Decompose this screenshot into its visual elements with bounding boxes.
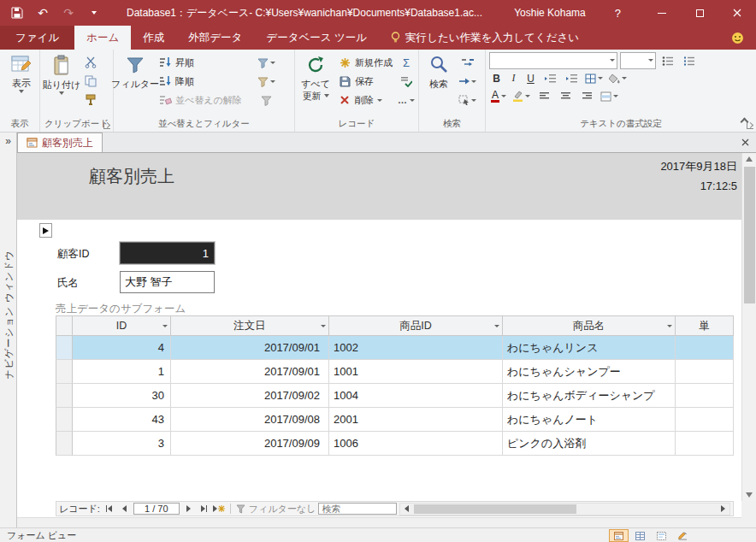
align-center-button[interactable] bbox=[556, 87, 575, 106]
row-selector[interactable] bbox=[56, 336, 73, 360]
close-button[interactable] bbox=[718, 0, 756, 26]
cell-product-id[interactable]: 1001 bbox=[329, 360, 503, 384]
tab-home[interactable]: ホーム bbox=[74, 26, 131, 50]
column-filter-icon[interactable] bbox=[321, 325, 326, 327]
scrollbar-thumb[interactable] bbox=[414, 504, 576, 514]
selection-filter-button[interactable] bbox=[256, 53, 277, 72]
cell-unit-price[interactable] bbox=[676, 384, 734, 408]
table-row[interactable]: 43 2017/09/08 2001 わにちゃんノート bbox=[56, 408, 734, 432]
new-record-button-ribbon[interactable]: 新規作成 bbox=[334, 53, 396, 72]
select-button[interactable] bbox=[457, 91, 478, 109]
dialog-launcher-icon[interactable] bbox=[103, 122, 110, 129]
column-header-unit-price[interactable]: 単 bbox=[676, 315, 734, 336]
customer-name-field[interactable]: 大野 智子 bbox=[120, 271, 215, 293]
column-header-order-date[interactable]: 注文日 bbox=[171, 315, 329, 336]
filter-status[interactable]: フィルターなし bbox=[249, 503, 316, 515]
record-position[interactable]: 1 / 70 bbox=[133, 503, 180, 515]
previous-record-button[interactable] bbox=[118, 503, 131, 515]
cell-id[interactable]: 1 bbox=[73, 360, 171, 384]
numbering-button[interactable] bbox=[680, 51, 699, 70]
tab-database-tools[interactable]: データベース ツール bbox=[254, 26, 379, 50]
font-color-button[interactable]: A bbox=[489, 87, 508, 106]
column-filter-icon[interactable] bbox=[162, 325, 168, 327]
expand-navpane-icon[interactable]: » bbox=[0, 135, 16, 147]
column-filter-icon[interactable] bbox=[494, 325, 499, 327]
view-button[interactable]: 表示 bbox=[2, 51, 41, 93]
customize-qat-icon[interactable] bbox=[87, 6, 101, 20]
bullets-button[interactable] bbox=[659, 51, 677, 70]
datasheet-view-button[interactable] bbox=[630, 529, 650, 542]
column-header-product-id[interactable]: 商品ID bbox=[329, 315, 503, 336]
cell-product-id[interactable]: 1006 bbox=[329, 432, 503, 456]
find-button[interactable]: 検索 bbox=[421, 51, 457, 118]
cell-order-date[interactable]: 2017/09/08 bbox=[171, 408, 329, 432]
scroll-up-icon[interactable] bbox=[746, 156, 753, 162]
account-name[interactable]: Yoshie Kohama bbox=[514, 7, 586, 19]
save-icon[interactable] bbox=[10, 6, 24, 20]
scrollbar-thumb[interactable] bbox=[744, 167, 755, 303]
customer-id-field[interactable]: 1 bbox=[120, 242, 215, 264]
form-view-button[interactable] bbox=[609, 529, 629, 542]
layout-view-button[interactable] bbox=[652, 529, 671, 542]
navigation-pane-collapsed[interactable]: » ナビゲーション ウィンドウ bbox=[0, 133, 17, 527]
increase-indent-button[interactable] bbox=[562, 69, 581, 88]
table-row[interactable]: 3 2017/09/09 1006 ピンクの入浴剤 bbox=[56, 432, 734, 456]
font-name-combo[interactable] bbox=[489, 52, 617, 69]
highlight-button[interactable] bbox=[511, 87, 532, 106]
replace-button[interactable] bbox=[457, 53, 478, 72]
row-selector[interactable] bbox=[56, 384, 73, 408]
tab-file[interactable]: ファイル bbox=[0, 26, 74, 50]
cell-id[interactable]: 4 bbox=[73, 336, 171, 360]
scroll-left-icon[interactable] bbox=[400, 504, 413, 515]
format-painter-button[interactable] bbox=[81, 91, 100, 109]
sort-ascending-button[interactable]: 昇順 bbox=[155, 53, 256, 72]
column-filter-icon[interactable] bbox=[667, 325, 672, 327]
filter-status-icon[interactable] bbox=[235, 504, 246, 515]
column-header-product-name[interactable]: 商品名 bbox=[503, 315, 676, 336]
delete-record-button[interactable]: 削除 bbox=[334, 91, 396, 109]
cell-product-name[interactable]: わにちゃんシャンプー bbox=[503, 360, 676, 384]
sort-descending-button[interactable]: 降順 bbox=[155, 72, 256, 91]
decrease-indent-button[interactable] bbox=[540, 69, 559, 88]
cell-unit-price[interactable] bbox=[676, 432, 734, 456]
scroll-right-icon[interactable] bbox=[717, 504, 729, 515]
more-records-button[interactable]: … bbox=[396, 91, 416, 109]
tab-create[interactable]: 作成 bbox=[131, 26, 176, 50]
last-record-button[interactable] bbox=[198, 503, 210, 515]
row-selector[interactable] bbox=[56, 432, 73, 456]
tab-external-data[interactable]: 外部データ bbox=[176, 26, 254, 50]
goto-button[interactable] bbox=[457, 72, 478, 91]
gridlines-button[interactable] bbox=[583, 69, 605, 88]
cut-button[interactable] bbox=[81, 53, 100, 72]
row-selector[interactable] bbox=[56, 408, 73, 432]
cell-unit-price[interactable] bbox=[676, 336, 734, 360]
refresh-all-button[interactable]: すべて 更新 bbox=[297, 51, 334, 118]
table-row[interactable]: 1 2017/09/01 1001 わにちゃんシャンプー bbox=[56, 360, 734, 384]
column-header-id[interactable]: ID bbox=[73, 315, 171, 336]
cell-product-name[interactable]: わにちゃんボディーシャンプ bbox=[503, 384, 676, 408]
cell-product-id[interactable]: 1002 bbox=[329, 336, 503, 360]
cell-id[interactable]: 43 bbox=[73, 408, 171, 432]
help-icon[interactable]: ? bbox=[615, 7, 621, 20]
underline-button[interactable]: U bbox=[523, 71, 538, 86]
first-record-button[interactable] bbox=[103, 503, 115, 515]
cell-order-date[interactable]: 2017/09/09 bbox=[171, 432, 329, 456]
document-tab[interactable]: 顧客別売上 bbox=[17, 133, 103, 152]
italic-button[interactable]: I bbox=[506, 71, 521, 86]
cell-product-id[interactable]: 1004 bbox=[329, 384, 503, 408]
cell-unit-price[interactable] bbox=[676, 360, 734, 384]
font-size-combo[interactable] bbox=[620, 52, 656, 69]
row-selector[interactable] bbox=[56, 360, 73, 384]
close-document-button[interactable] bbox=[735, 133, 756, 152]
filter-button[interactable]: フィルター bbox=[115, 51, 155, 118]
cell-product-name[interactable]: わにちゃんリンス bbox=[503, 336, 676, 360]
table-row[interactable]: 4 2017/09/01 1002 わにちゃんリンス bbox=[56, 336, 734, 360]
record-selector[interactable] bbox=[39, 223, 52, 238]
paint-bucket-button[interactable] bbox=[607, 69, 629, 88]
redo-icon[interactable]: ↷ bbox=[62, 6, 75, 20]
cell-product-id[interactable]: 2001 bbox=[329, 408, 503, 432]
maximize-button[interactable] bbox=[681, 0, 718, 26]
copy-button[interactable] bbox=[81, 72, 100, 91]
tell-me-box[interactable]: 実行したい作業を入力してください bbox=[391, 26, 579, 50]
spelling-button[interactable] bbox=[396, 72, 416, 91]
